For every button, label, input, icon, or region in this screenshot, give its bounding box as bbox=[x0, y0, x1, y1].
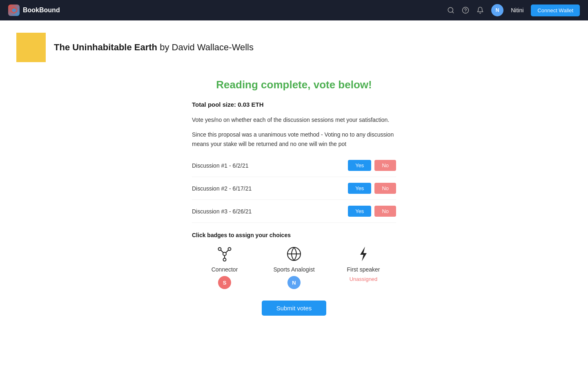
discussion-row-2: Discussion #2 - 6/17/21 Yes No bbox=[192, 177, 396, 200]
description-1: Vote yes/no on whether each of the discu… bbox=[192, 115, 396, 124]
bell-icon[interactable] bbox=[477, 7, 484, 14]
main-content: The Uninhabitable Earth by David Wallace… bbox=[0, 20, 588, 328]
discussion-2-votes: Yes No bbox=[348, 183, 396, 194]
book-title: The Uninhabitable Earth by David Wallace… bbox=[54, 42, 254, 53]
discussion-3-yes-button[interactable]: Yes bbox=[348, 206, 371, 217]
pool-size: Total pool size: 0.03 ETH bbox=[192, 101, 396, 108]
help-icon[interactable] bbox=[462, 7, 469, 14]
badge-connector[interactable]: Connector S bbox=[192, 245, 257, 289]
discussion-1-yes-button[interactable]: Yes bbox=[348, 160, 371, 171]
discussion-1-votes: Yes No bbox=[348, 160, 396, 171]
discussion-3-votes: Yes No bbox=[348, 206, 396, 217]
discussion-2-yes-button[interactable]: Yes bbox=[348, 183, 371, 194]
badge-sports-analogist[interactable]: Sports Analogist N bbox=[261, 245, 327, 289]
header: BookBound N Nitini Connect Wallet bbox=[0, 0, 588, 20]
avatar-initial: N bbox=[496, 7, 499, 13]
discussion-row-1: Discussion #1 - 6/2/21 Yes No bbox=[192, 154, 396, 177]
user-name: Nitini bbox=[511, 7, 523, 13]
connector-label: Connector bbox=[212, 266, 238, 273]
header-right: N Nitini Connect Wallet bbox=[447, 4, 580, 16]
discussion-1-label: Discussion #1 - 6/2/21 bbox=[192, 162, 249, 169]
connect-wallet-button[interactable]: Connect Wallet bbox=[531, 4, 580, 16]
first-speaker-assignee: Unassigned bbox=[350, 276, 378, 282]
book-cover bbox=[16, 33, 46, 62]
svg-point-8 bbox=[228, 248, 231, 251]
reading-complete-heading: Reading complete, vote below! bbox=[192, 79, 396, 91]
first-speaker-label: First speaker bbox=[347, 266, 380, 273]
voting-content: Reading complete, vote below! Total pool… bbox=[192, 74, 396, 316]
book-header: The Uninhabitable Earth by David Wallace… bbox=[16, 33, 572, 62]
discussion-3-no-button[interactable]: No bbox=[374, 206, 396, 217]
search-icon[interactable] bbox=[447, 7, 454, 14]
discussion-2-no-button[interactable]: No bbox=[374, 183, 396, 194]
svg-line-10 bbox=[221, 250, 224, 253]
connector-assignee: S bbox=[218, 276, 231, 289]
discussion-row-3: Discussion #3 - 6/26/21 Yes No bbox=[192, 200, 396, 223]
svg-point-7 bbox=[218, 248, 221, 251]
svg-point-6 bbox=[223, 252, 226, 256]
submit-votes-button[interactable]: Submit votes bbox=[262, 301, 327, 316]
svg-marker-15 bbox=[360, 247, 367, 261]
description-2: Since this proposal was a unanimous vote… bbox=[192, 130, 396, 148]
book-author: by David Wallace-Wells bbox=[160, 42, 254, 52]
svg-line-3 bbox=[452, 11, 454, 13]
svg-point-9 bbox=[223, 258, 226, 261]
logo-icon bbox=[8, 4, 20, 16]
discussion-2-label: Discussion #2 - 6/17/21 bbox=[192, 185, 252, 192]
discussion-3-label: Discussion #3 - 6/26/21 bbox=[192, 208, 252, 215]
book-title-strong: The Uninhabitable Earth bbox=[54, 42, 157, 52]
sports-analogist-label: Sports Analogist bbox=[273, 266, 314, 273]
sports-analogist-icon bbox=[285, 245, 303, 263]
discussion-1-no-button[interactable]: No bbox=[374, 160, 396, 171]
sports-analogist-assignee: N bbox=[287, 276, 301, 289]
badges-label: Click badges to assign your choices bbox=[192, 232, 396, 238]
first-speaker-icon bbox=[354, 245, 372, 263]
svg-marker-1 bbox=[12, 9, 16, 12]
badge-first-speaker[interactable]: First speaker Unassigned bbox=[331, 245, 396, 282]
app-title: BookBound bbox=[23, 7, 60, 14]
connector-icon bbox=[216, 245, 234, 263]
submit-area: Submit votes bbox=[192, 301, 396, 316]
header-left: BookBound bbox=[8, 4, 60, 16]
user-avatar[interactable]: N bbox=[491, 4, 503, 16]
badges-row: Connector S Sports Analogist N bbox=[192, 245, 396, 289]
svg-line-11 bbox=[226, 250, 229, 253]
